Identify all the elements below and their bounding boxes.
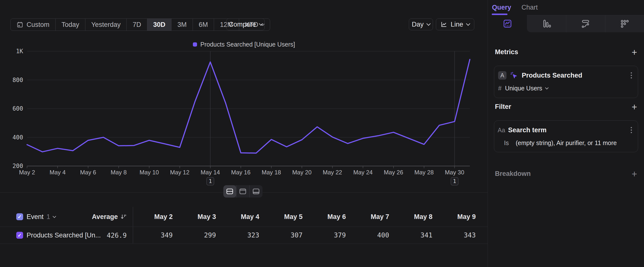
event-label: Event bbox=[26, 213, 44, 221]
svg-text:May 14: May 14 bbox=[200, 169, 220, 176]
range-6m[interactable]: 6M bbox=[192, 19, 214, 31]
select-all-checkbox[interactable]: ✓ bbox=[16, 213, 23, 220]
split-view-icon bbox=[226, 188, 233, 194]
svg-text:May 6: May 6 bbox=[80, 169, 96, 176]
flows-icon bbox=[580, 19, 590, 29]
annotation-badge[interactable]: 1 bbox=[451, 177, 458, 185]
svg-text:200: 200 bbox=[12, 163, 23, 169]
tab-flows[interactable] bbox=[566, 15, 605, 32]
chart-type-button[interactable]: Line bbox=[436, 19, 474, 30]
table-col-header: May 2 bbox=[133, 207, 176, 227]
table-cell: 400 bbox=[349, 227, 392, 243]
range-30d[interactable]: 30D bbox=[147, 19, 172, 31]
bottom-bar-view-icon bbox=[253, 188, 260, 194]
table-cell: 299 bbox=[176, 227, 220, 243]
filter-card[interactable]: Aa Search term Is (empty string), Air pu… bbox=[494, 120, 638, 152]
metric-letter-badge: A bbox=[498, 71, 506, 80]
tab-retention[interactable] bbox=[605, 15, 644, 32]
table-cell: 341 bbox=[392, 227, 436, 243]
metrics-heading: Metrics bbox=[495, 48, 518, 56]
svg-text:May 4: May 4 bbox=[50, 169, 66, 176]
metric-event-name: Products Searched bbox=[522, 72, 582, 79]
event-dropdown[interactable]: Event 1 bbox=[26, 207, 56, 227]
svg-text:1K: 1K bbox=[16, 48, 23, 55]
annotation-badge[interactable]: 1 bbox=[207, 177, 214, 185]
sort-descending-icon bbox=[120, 213, 127, 220]
top-bar-view-icon bbox=[239, 188, 246, 194]
number-icon: # bbox=[498, 85, 502, 92]
main-area: CustomTodayYesterday7D30D3M6M12MXTD Comp… bbox=[0, 0, 488, 267]
retention-icon bbox=[620, 19, 630, 29]
table-header-row: ✓ Event 1 Average May 2May 3May 4May 5Ma… bbox=[0, 207, 488, 227]
breakdown-heading: Breakdown bbox=[495, 170, 531, 178]
chevron-down-icon bbox=[53, 214, 56, 218]
table-cell: 323 bbox=[220, 227, 263, 243]
series-line bbox=[27, 59, 470, 153]
range-3m[interactable]: 3M bbox=[171, 19, 192, 31]
filter-condition[interactable]: Is (empty string), Air purifier, or 11 m… bbox=[504, 138, 634, 147]
filter-value: (empty string), Air purifier, or 11 more bbox=[516, 139, 617, 147]
granularity-label: Day bbox=[412, 21, 424, 28]
metric-aggregation[interactable]: # Unique Users bbox=[498, 84, 634, 93]
svg-text:May 30: May 30 bbox=[445, 169, 464, 176]
funnels-icon bbox=[542, 19, 552, 29]
layout-chart-only-button[interactable] bbox=[236, 185, 249, 197]
granularity-button[interactable]: Day bbox=[409, 19, 433, 30]
chart-type-label: Line bbox=[451, 21, 463, 28]
svg-text:400: 400 bbox=[12, 134, 23, 141]
chevron-down-icon bbox=[545, 86, 548, 89]
svg-text:May 10: May 10 bbox=[140, 169, 159, 176]
tab-funnels[interactable] bbox=[527, 15, 566, 32]
breakdown-section-header: Breakdown + bbox=[495, 170, 637, 178]
chevron-down-icon bbox=[466, 22, 470, 26]
svg-text:May 8: May 8 bbox=[111, 169, 127, 176]
svg-text:May 20: May 20 bbox=[292, 169, 312, 176]
svg-text:May 18: May 18 bbox=[262, 169, 281, 176]
layout-table-only-button[interactable] bbox=[250, 185, 262, 197]
svg-text:May 28: May 28 bbox=[414, 169, 434, 176]
event-count: 1 bbox=[46, 213, 50, 221]
line-chart[interactable]: 1K800600400200May 2May 4May 6May 8May 10… bbox=[0, 35, 488, 195]
events-table: ✓ Event 1 Average May 2May 3May 4May 5Ma… bbox=[0, 207, 488, 244]
svg-text:600: 600 bbox=[12, 105, 23, 112]
add-breakdown-button[interactable]: + bbox=[632, 170, 637, 178]
filter-operator: Is bbox=[504, 139, 509, 147]
add-metric-button[interactable]: + bbox=[632, 49, 637, 56]
layout-split-view-button[interactable] bbox=[223, 185, 236, 197]
range-yesterday[interactable]: Yesterday bbox=[85, 19, 126, 31]
query-panel: Query Chart bbox=[488, 0, 644, 267]
table-col-header: May 8 bbox=[392, 207, 436, 227]
table-col-header: May 3 bbox=[176, 207, 220, 227]
range-custom[interactable]: Custom bbox=[10, 19, 55, 31]
table-col-header: May 5 bbox=[263, 207, 306, 227]
series-checkbox[interactable]: ✓ bbox=[16, 232, 23, 239]
svg-text:May 26: May 26 bbox=[384, 169, 403, 176]
chevron-down-icon bbox=[259, 22, 263, 26]
table-col-header: May 9 bbox=[436, 207, 479, 227]
svg-text:May 2: May 2 bbox=[19, 169, 35, 176]
line-chart-icon bbox=[440, 21, 447, 28]
metric-card[interactable]: A Products Searched # Unique Users bbox=[494, 66, 638, 98]
chevron-down-icon bbox=[426, 22, 431, 26]
tab-query[interactable]: Query bbox=[492, 4, 511, 11]
table-col-header: May 4 bbox=[220, 207, 263, 227]
table-col-header: May 6 bbox=[306, 207, 349, 227]
range-7d[interactable]: 7D bbox=[126, 19, 147, 31]
filter-menu-button[interactable] bbox=[630, 126, 633, 134]
filter-heading: Filter bbox=[495, 103, 511, 111]
add-filter-button[interactable]: + bbox=[632, 103, 637, 111]
svg-text:1: 1 bbox=[453, 178, 456, 184]
metric-menu-button[interactable] bbox=[630, 71, 633, 80]
tab-insights[interactable] bbox=[488, 15, 527, 32]
panel-tabs: Query Chart bbox=[488, 0, 644, 15]
compare-label: Compare bbox=[228, 21, 256, 28]
range-today[interactable]: Today bbox=[55, 19, 85, 31]
filter-section-header: Filter + bbox=[495, 103, 637, 111]
insights-icon bbox=[502, 19, 512, 29]
svg-text:May 22: May 22 bbox=[323, 169, 342, 176]
average-column-header[interactable]: Average bbox=[69, 207, 127, 227]
compare-button[interactable]: Compare bbox=[226, 19, 265, 30]
table-cell: 379 bbox=[306, 227, 349, 243]
filter-property-name: Search term bbox=[508, 126, 546, 134]
tab-chart[interactable]: Chart bbox=[522, 4, 538, 11]
